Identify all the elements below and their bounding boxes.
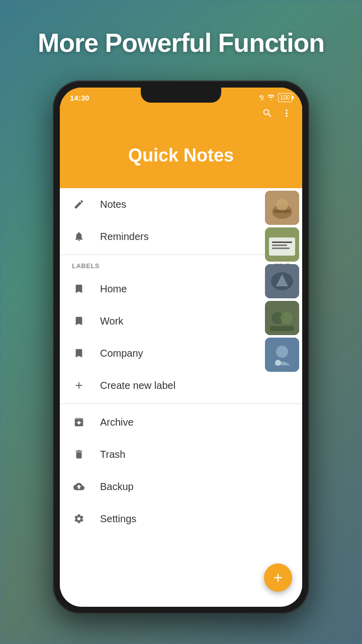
app-header-actions xyxy=(60,108,302,121)
fab-create-note[interactable]: + xyxy=(264,564,292,592)
svg-point-16 xyxy=(276,346,288,358)
svg-point-13 xyxy=(281,312,293,324)
menu-item-trash[interactable]: Trash xyxy=(60,438,302,470)
archive-icon xyxy=(72,415,86,429)
svg-point-17 xyxy=(275,360,281,366)
settings-label: Settings xyxy=(100,513,136,525)
page-headline: More Powerful Function xyxy=(0,28,362,58)
company-label: Company xyxy=(100,348,143,359)
menu-item-settings[interactable]: Settings xyxy=(60,503,302,535)
more-options-icon[interactable] xyxy=(281,108,292,121)
bookmark-home-icon xyxy=(72,282,86,296)
bookmark-company-icon xyxy=(72,346,86,360)
status-time: 14:30 xyxy=(70,94,89,102)
labels-title: LABELS xyxy=(72,262,100,270)
plus-icon xyxy=(72,378,86,392)
svg-rect-6 xyxy=(272,242,292,243)
volume-down-button xyxy=(53,244,53,279)
phone-frame: 14:30 ⅋ 100 xyxy=(53,80,309,614)
svg-rect-14 xyxy=(270,326,294,331)
notes-label: Notes xyxy=(100,199,126,210)
bluetooth-icon: ⅋ xyxy=(259,94,264,102)
svg-rect-5 xyxy=(269,237,295,256)
phone-screen: 14:30 ⅋ 100 xyxy=(60,88,302,607)
app-header: 14:30 ⅋ 100 xyxy=(60,88,302,188)
svg-rect-7 xyxy=(272,245,287,246)
create-label-text: Create new label xyxy=(100,380,175,391)
work-label: Work xyxy=(100,315,123,327)
thumbnail-card-2[interactable] xyxy=(265,227,299,262)
app-title: Quick Notes xyxy=(60,115,302,178)
settings-icon xyxy=(72,512,86,526)
status-icons: ⅋ 100 xyxy=(259,93,292,102)
svg-rect-3 xyxy=(274,210,290,213)
wifi-icon xyxy=(267,94,275,102)
archive-label: Archive xyxy=(100,417,134,428)
thumbnail-card-4[interactable] xyxy=(265,301,299,335)
home-label: Home xyxy=(100,283,127,295)
menu-item-backup[interactable]: Backup xyxy=(60,470,302,503)
section-divider-2 xyxy=(60,404,302,404)
power-button xyxy=(309,191,309,231)
trash-icon xyxy=(72,447,86,461)
cloud-upload-icon xyxy=(72,479,86,494)
thumbnail-card-5[interactable] xyxy=(265,338,299,372)
thumbnail-panel xyxy=(263,188,302,374)
svg-point-2 xyxy=(276,199,288,211)
backup-label: Backup xyxy=(100,481,134,493)
fab-plus-icon: + xyxy=(274,570,283,586)
search-icon[interactable] xyxy=(262,108,273,121)
svg-rect-8 xyxy=(272,248,290,249)
trash-label: Trash xyxy=(100,449,125,460)
mute-button xyxy=(53,171,53,194)
thumbnail-card-3[interactable] xyxy=(265,264,299,298)
pencil-icon xyxy=(72,197,86,211)
menu-item-archive[interactable]: Archive xyxy=(60,406,302,438)
notch xyxy=(141,88,221,103)
reminders-label: Reminders xyxy=(100,231,149,243)
volume-up-button xyxy=(53,201,53,236)
bookmark-work-icon xyxy=(72,314,86,328)
bell-icon xyxy=(72,229,86,244)
thumbnail-card-1[interactable] xyxy=(265,191,299,225)
battery-icon: 100 xyxy=(278,93,292,102)
